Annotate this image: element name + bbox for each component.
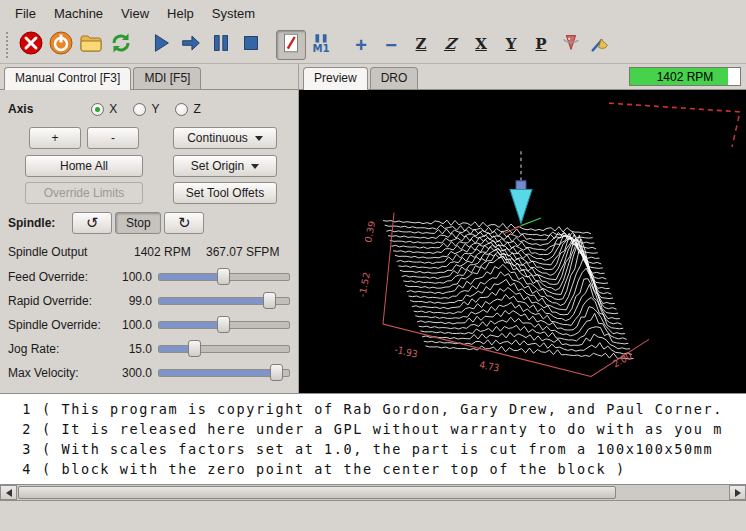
spindle-row: Spindle: ↺ Stop ↻: [0, 206, 298, 239]
spindle-stop-button[interactable]: Stop: [115, 212, 161, 234]
view-x-button[interactable]: X: [466, 30, 496, 60]
left-tab-bar: Manual Control [F3] MDI [F5]: [0, 64, 298, 90]
control-panel: Manual Control [F3] MDI [F5] Axis X Y: [0, 64, 299, 393]
gcode-line[interactable]: 2 ( It is released here under a GPL with…: [8, 419, 746, 439]
slider-thumb[interactable]: [270, 364, 283, 381]
gcode-listing: 1 ( This program is copyright of Rab Gor…: [0, 393, 746, 484]
view-z-button[interactable]: Z: [406, 30, 436, 60]
linuxcnc-axis-window: File Machine View Help System: [0, 0, 746, 531]
scroll-right-button[interactable]: [729, 485, 746, 500]
clear-plot-button[interactable]: [586, 30, 616, 60]
menu-file[interactable]: File: [6, 2, 45, 25]
feed-override-value: 100.0: [108, 270, 152, 284]
gcode-line[interactable]: 3 ( With scales factors set at 1.0, the …: [8, 439, 746, 459]
extent-label-y-size: 2.00: [611, 349, 634, 369]
skip-lines-icon: [279, 31, 303, 58]
reload-button[interactable]: [106, 30, 136, 60]
rapid-override-slider[interactable]: [158, 290, 290, 312]
jog-minus-button[interactable]: -: [87, 127, 139, 149]
reload-icon: [108, 30, 134, 59]
skip-lines-toggle[interactable]: [276, 30, 306, 60]
optional-pause-toggle[interactable]: M1: [306, 30, 336, 60]
estop-button[interactable]: [16, 30, 46, 60]
rotate-view-button[interactable]: [556, 30, 586, 60]
slider-thumb[interactable]: [188, 340, 201, 357]
right-tab-bar: Preview DRO 1402 RPM: [299, 64, 746, 90]
menu-help[interactable]: Help: [158, 2, 203, 25]
extent-label-x-min: -1.93: [394, 343, 419, 360]
machine-limits-boundary: [609, 103, 740, 147]
spindle-reverse-button[interactable]: ↺: [72, 212, 112, 234]
jog-rate-slider[interactable]: [158, 338, 290, 360]
scrollbar-track[interactable]: [17, 485, 729, 500]
axis-row: Axis X Y Z: [0, 94, 298, 124]
menu-system[interactable]: System: [203, 2, 264, 25]
feed-override-slider[interactable]: [158, 266, 290, 288]
stop-icon: [239, 31, 263, 58]
home-all-button[interactable]: Home All: [25, 155, 143, 177]
radio-button-icon: [91, 103, 104, 116]
power-icon: [48, 30, 74, 59]
axis-radio-y[interactable]: Y: [133, 102, 159, 116]
slider-thumb[interactable]: [263, 292, 276, 309]
slider-thumb[interactable]: [217, 268, 230, 285]
max-velocity-value: 300.0: [108, 366, 152, 380]
view-y-button[interactable]: Y: [496, 30, 526, 60]
tool-cone: [510, 190, 532, 224]
toolbar-drag-handle[interactable]: [6, 32, 10, 58]
jog-plus-button[interactable]: +: [29, 127, 81, 149]
axis-radio-x[interactable]: X: [91, 102, 117, 116]
menu-machine[interactable]: Machine: [45, 2, 112, 25]
axis-y-label: Y: [151, 102, 159, 116]
stop-button[interactable]: [236, 30, 266, 60]
run-step-button[interactable]: [176, 30, 206, 60]
slider-fill: [159, 298, 270, 304]
gcode-horizontal-scrollbar[interactable]: [0, 484, 746, 501]
set-tool-offsets-button[interactable]: Set Tool Offets: [173, 182, 277, 204]
zoom-out-button[interactable]: −: [376, 30, 406, 60]
spindle-override-slider[interactable]: [158, 314, 290, 336]
tab-preview[interactable]: Preview: [303, 67, 368, 90]
tool-holder: [516, 181, 526, 190]
spindle-forward-button[interactable]: ↻: [164, 212, 204, 234]
gcode-line[interactable]: 4 ( block with the zero point at the cen…: [8, 459, 746, 479]
run-button[interactable]: [146, 30, 176, 60]
tab-dro[interactable]: DRO: [370, 67, 419, 89]
zoom-in-button[interactable]: +: [346, 30, 376, 60]
zoom-in-icon: +: [355, 35, 367, 55]
scrollbar-thumb[interactable]: [18, 486, 616, 499]
gcode-line[interactable]: 1 ( This program is copyright of Rab Gor…: [8, 399, 746, 419]
jog-mode-dropdown[interactable]: Continuous: [173, 127, 277, 149]
jog-row: + - Continuous: [0, 124, 298, 152]
axis-label: Axis: [8, 102, 33, 116]
gcode-line-number: 4: [8, 461, 32, 477]
max-velocity-row: Max Velocity: 300.0: [0, 361, 298, 385]
chevron-down-icon: [255, 136, 263, 141]
axis-radio-z[interactable]: Z: [175, 102, 200, 116]
toolpath-preview[interactable]: 0.39 -1.52 -1.93 4.73 2.00: [299, 90, 746, 393]
pause-button[interactable]: [206, 30, 236, 60]
set-origin-label: Set Origin: [191, 159, 244, 173]
arrow-left-icon: [6, 489, 12, 497]
open-file-button[interactable]: [76, 30, 106, 60]
gcode-line-text: ( With scales factors set at 1.0, the pa…: [42, 441, 713, 457]
scroll-left-button[interactable]: [0, 485, 17, 500]
view-perspective-button[interactable]: P: [526, 30, 556, 60]
rotate-ccw-icon: ↺: [86, 214, 99, 231]
axis-z-label: Z: [193, 102, 200, 116]
max-velocity-label: Max Velocity:: [8, 366, 102, 380]
slider-thumb[interactable]: [217, 316, 230, 333]
radio-button-icon: [133, 103, 146, 116]
slider-trough: [158, 345, 290, 353]
tab-mdi[interactable]: MDI [F5]: [133, 67, 201, 89]
max-velocity-slider[interactable]: [158, 362, 290, 384]
machine-power-button[interactable]: [46, 30, 76, 60]
feed-override-label: Feed Override:: [8, 270, 102, 284]
slider-fill: [159, 370, 276, 376]
menu-view[interactable]: View: [112, 2, 158, 25]
override-limits-button[interactable]: Override Limits: [25, 182, 143, 204]
view-z-rotated-button[interactable]: Z: [436, 30, 466, 60]
set-origin-dropdown[interactable]: Set Origin: [173, 155, 277, 177]
tab-manual-control[interactable]: Manual Control [F3]: [4, 67, 131, 90]
toolpath-preview-canvas: 0.39 -1.52 -1.93 4.73 2.00: [299, 90, 746, 393]
